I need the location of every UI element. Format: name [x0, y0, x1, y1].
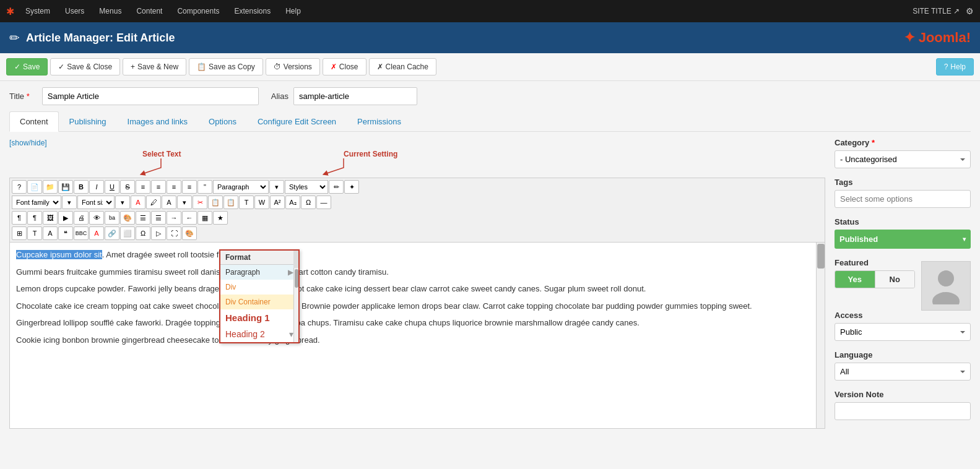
editor-eraser-btn[interactable]: ✏: [329, 180, 344, 194]
editor-align-center-btn[interactable]: ≡: [151, 180, 166, 194]
editor-list-ol-btn[interactable]: ☰: [151, 211, 166, 225]
editor-color-picker-btn[interactable]: 🎨: [120, 211, 135, 225]
editor-bbc-btn[interactable]: BBC: [74, 226, 89, 240]
nav-content[interactable]: Content: [130, 0, 168, 22]
featured-yes-button[interactable]: Yes: [835, 271, 875, 288]
editor-bold-btn[interactable]: B: [74, 180, 89, 194]
editor-subscript-btn[interactable]: A₂: [285, 196, 300, 209]
site-title[interactable]: SITE TITLE ↗: [913, 7, 960, 15]
access-select[interactable]: Public Registered Special: [835, 323, 971, 341]
editor-blockquote-btn[interactable]: ": [197, 180, 212, 194]
tab-options[interactable]: Options: [198, 111, 247, 132]
editor-superscript-btn[interactable]: A²: [270, 196, 285, 209]
save-button[interactable]: ✓ Save: [6, 58, 48, 75]
editor-list-ul-btn[interactable]: ☰: [136, 211, 150, 225]
save-copy-button[interactable]: 📋 Save as Copy: [189, 58, 263, 75]
editor-preview-btn[interactable]: 👁: [89, 211, 104, 225]
editor-table-btn[interactable]: ▦: [197, 211, 212, 225]
tags-input[interactable]: [835, 190, 971, 208]
editor-indent-btn[interactable]: →: [167, 211, 181, 225]
tab-configure[interactable]: Configure Edit Screen: [247, 111, 347, 132]
editor-special-btn[interactable]: ★: [213, 211, 228, 225]
editor-char-btn[interactable]: Ω: [136, 226, 150, 240]
editor-collab-btn[interactable]: 🎨: [182, 226, 197, 240]
editor-copy-btn[interactable]: 📋: [208, 196, 223, 209]
editor-link-btn[interactable]: 🔗: [105, 226, 119, 240]
editor-fullscreen-btn[interactable]: ⛶: [167, 226, 181, 240]
format-item-div[interactable]: Div: [220, 280, 298, 295]
editor-hr-btn[interactable]: —: [316, 196, 331, 209]
editor-align-justify-btn[interactable]: ≡: [182, 180, 197, 194]
tab-publishing[interactable]: Publishing: [59, 111, 117, 132]
format-item-div-container[interactable]: Div Container: [220, 295, 298, 309]
editor-paste-text-btn[interactable]: T: [239, 196, 254, 209]
nav-menus[interactable]: Menus: [93, 0, 128, 22]
editor-para-arrow[interactable]: ▾: [269, 180, 284, 194]
editor-img-btn[interactable]: 🖼: [43, 211, 58, 225]
editor-font-size-select[interactable]: Font size: [77, 196, 115, 209]
show-hide-link[interactable]: [show/hide]: [9, 139, 47, 147]
versions-button[interactable]: ⏱ Versions: [266, 58, 320, 75]
editor-anchor-btn[interactable]: A: [43, 226, 58, 240]
editor-styles-select[interactable]: Styles: [285, 180, 328, 194]
editor-font-color-btn[interactable]: A: [131, 196, 145, 209]
editor-outdent-btn[interactable]: ←: [182, 211, 197, 225]
editor-scrollbar[interactable]: [816, 243, 825, 428]
editor-omega-btn[interactable]: Ω: [301, 196, 316, 209]
alias-input[interactable]: [293, 87, 417, 105]
tab-content[interactable]: Content: [9, 111, 59, 132]
category-select[interactable]: - Uncategorised: [835, 150, 971, 168]
editor-t-btn[interactable]: T: [27, 226, 42, 240]
format-item-paragraph[interactable]: Paragraph ▶: [220, 265, 298, 280]
editor-new-doc-btn[interactable]: 📄: [27, 180, 42, 194]
nav-help[interactable]: Help: [279, 0, 307, 22]
editor-pilcrow2-btn[interactable]: ¶: [27, 211, 42, 225]
editor-expand-btn[interactable]: ⊞: [12, 226, 27, 240]
help-button[interactable]: ? Help: [936, 58, 974, 75]
nav-system[interactable]: System: [19, 0, 56, 22]
version-note-input[interactable]: [835, 402, 971, 420]
editor-font-a-btn[interactable]: A: [89, 226, 104, 240]
editor-readmore-btn[interactable]: ▷: [151, 226, 166, 240]
editor-help-btn[interactable]: ?: [12, 180, 27, 194]
editor-arrow-down-btn[interactable]: ▾: [177, 196, 192, 209]
featured-no-button[interactable]: No: [875, 271, 915, 288]
editor-ba-btn[interactable]: ba: [105, 211, 119, 225]
format-item-heading1[interactable]: Heading 1: [220, 309, 298, 326]
editor-open-btn[interactable]: 📁: [43, 180, 58, 194]
editor-align-right-btn[interactable]: ≡: [167, 180, 181, 194]
clean-cache-button[interactable]: ✗ Clean Cache: [369, 58, 436, 75]
editor-align-left-btn[interactable]: ≡: [136, 180, 150, 194]
editor-highlight-btn[interactable]: 🖊: [146, 196, 161, 209]
format-item-heading2[interactable]: Heading 2 ▾: [220, 326, 298, 342]
language-select[interactable]: All: [835, 363, 971, 381]
editor-cut-btn[interactable]: ✂: [193, 196, 207, 209]
status-button[interactable]: Published ▾: [835, 230, 971, 249]
editor-underline-btn[interactable]: U: [105, 180, 119, 194]
editor-pilcrow-btn[interactable]: ¶: [12, 211, 27, 225]
editor-italic-btn[interactable]: I: [89, 180, 104, 194]
editor-print-btn[interactable]: 🖨: [74, 211, 89, 225]
editor-font-size-arrow[interactable]: ▾: [115, 196, 130, 209]
editor-pagebreak-btn[interactable]: ⬜: [120, 226, 135, 240]
nav-extensions[interactable]: Extensions: [228, 0, 277, 22]
nav-components[interactable]: Components: [171, 0, 225, 22]
save-new-button[interactable]: + Save & New: [123, 58, 186, 75]
editor-font-family-select[interactable]: Font family: [12, 196, 61, 209]
editor-paragraph-select[interactable]: Paragraph: [213, 180, 269, 194]
editor-paste-btn[interactable]: 📋: [223, 196, 238, 209]
editor-save-btn[interactable]: 💾: [58, 180, 73, 194]
settings-gear-icon[interactable]: ⚙: [966, 6, 974, 16]
editor-media-btn[interactable]: ▶: [58, 211, 73, 225]
editor-strikethrough-btn[interactable]: S: [120, 180, 135, 194]
editor-color2-btn[interactable]: A: [162, 196, 176, 209]
tab-permissions[interactable]: Permissions: [347, 111, 412, 132]
editor-body[interactable]: Cupcake ipsum dolor sit. Amet dragée swe…: [10, 243, 825, 428]
editor-quote-btn[interactable]: ❝: [58, 226, 73, 240]
close-button[interactable]: ✗ Close: [323, 58, 366, 75]
editor-paste-word-btn[interactable]: W: [254, 196, 269, 209]
editor-magic-btn[interactable]: ✦: [344, 180, 359, 194]
title-input[interactable]: [42, 87, 259, 105]
save-close-button[interactable]: ✓ Save & Close: [50, 58, 120, 75]
nav-users[interactable]: Users: [59, 0, 90, 22]
